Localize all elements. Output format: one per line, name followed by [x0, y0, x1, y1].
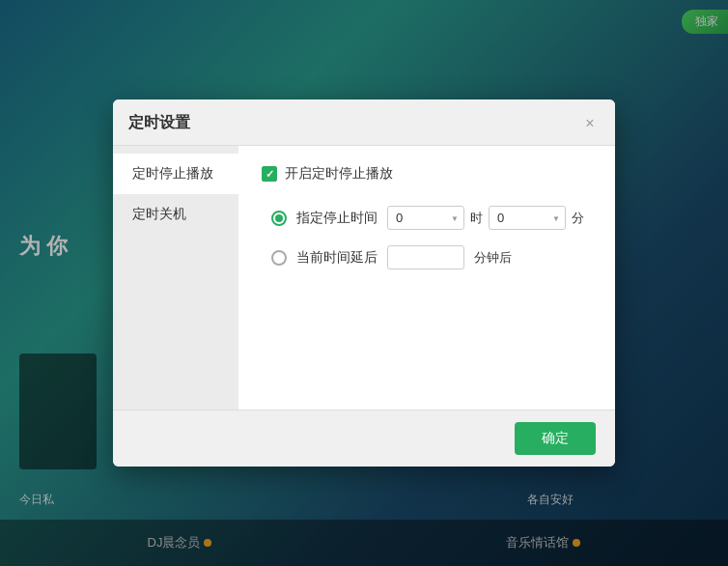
minute-unit-label: 分	[572, 210, 584, 227]
dialog-title: 定时设置	[128, 113, 190, 133]
radio-delay[interactable]	[271, 250, 287, 266]
minute-select-wrapper: 0 15 30 45	[489, 206, 566, 230]
close-button[interactable]: ×	[580, 114, 600, 133]
hour-select-wrapper: 0 1 2 3	[387, 206, 464, 230]
radio-section: 指定停止时间 0 1 2 3 时	[262, 206, 592, 269]
enable-checkbox[interactable]	[262, 166, 277, 182]
enable-label: 开启定时停止播放	[285, 165, 393, 183]
dialog-footer: 确定	[113, 410, 615, 467]
confirm-button[interactable]: 确定	[515, 422, 596, 455]
radio-specific[interactable]	[271, 211, 287, 226]
dialog-body: 定时停止播放 定时关机 开启定时停止播放 指定停止	[113, 146, 615, 410]
dialog-content: 开启定时停止播放 指定停止时间 0 1 2	[238, 146, 615, 410]
hour-unit-label: 时	[470, 210, 483, 227]
delay-input[interactable]	[387, 245, 464, 269]
radio-row-specific: 指定停止时间 0 1 2 3 时	[271, 206, 592, 230]
time-select-group: 0 1 2 3 时 0 15	[387, 206, 584, 230]
delay-unit-label: 分钟后	[474, 249, 512, 267]
radio-delay-label: 当前时间延后	[296, 249, 378, 267]
radio-specific-label: 指定停止时间	[296, 210, 378, 227]
nav-item-stop-play[interactable]: 定时停止播放	[113, 154, 238, 194]
dialog-nav: 定时停止播放 定时关机	[113, 146, 238, 410]
dialog-overlay: 定时设置 × 定时停止播放 定时关机 开启定时停止播放	[0, 0, 728, 566]
minute-select[interactable]: 0 15 30 45	[489, 206, 566, 230]
dialog-titlebar: 定时设置 ×	[113, 99, 615, 146]
enable-row: 开启定时停止播放	[262, 165, 592, 183]
hour-select[interactable]: 0 1 2 3	[387, 206, 464, 230]
radio-row-delay: 当前时间延后 分钟后	[271, 245, 592, 269]
timer-settings-dialog: 定时设置 × 定时停止播放 定时关机 开启定时停止播放	[113, 99, 615, 467]
nav-item-shutdown[interactable]: 定时关机	[113, 194, 238, 235]
